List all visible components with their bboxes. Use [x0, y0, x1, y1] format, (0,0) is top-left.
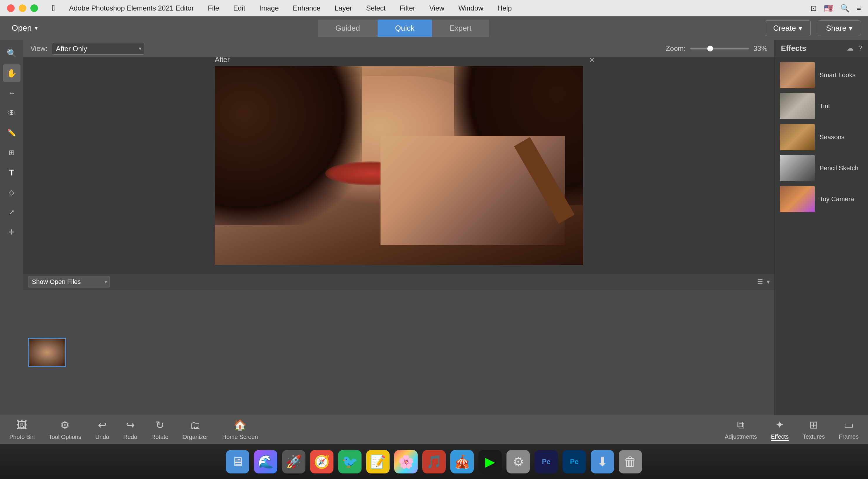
redo-tool[interactable]: ↪ Redo: [123, 419, 137, 440]
open-button[interactable]: Open ▾: [7, 21, 42, 35]
menu-image[interactable]: Image: [257, 3, 281, 13]
window-controls: [7, 4, 38, 12]
view-label: View:: [30, 44, 48, 53]
menu-layer[interactable]: Layer: [332, 3, 354, 13]
toolbar-right: Create ▾ Share ▾: [765, 21, 861, 36]
frames-label: Frames: [839, 433, 859, 440]
effect-smart-looks[interactable]: Smart Looks: [780, 62, 863, 88]
menu-select[interactable]: Select: [364, 3, 388, 13]
dock-safari[interactable]: 🧭: [310, 450, 334, 474]
minimize-button[interactable]: [19, 4, 26, 12]
effects-header: Effects ☁ ?: [775, 40, 868, 57]
text-tool[interactable]: T: [3, 164, 21, 181]
tab-expert[interactable]: Expert: [432, 20, 489, 37]
organizer-icon: 🗂: [190, 419, 200, 431]
brush-tool[interactable]: ✏️: [3, 124, 21, 142]
effects-tool[interactable]: ✦ Effects: [771, 419, 789, 441]
eye-tool[interactable]: 👁: [3, 104, 21, 122]
dock-ps-elements[interactable]: Pe: [534, 450, 558, 474]
view-select-wrapper: After Only Before Only Before & After Ho…: [52, 43, 144, 55]
dock-terminal[interactable]: ▶: [478, 450, 502, 474]
bin-select[interactable]: Show Open Files Show Files from Organize…: [28, 276, 110, 288]
bottom-right-tools: ⧉ Adjustments ✦ Effects ⊞ Textures ▭ Fra…: [725, 419, 859, 441]
effect-tint[interactable]: Tint: [780, 93, 863, 119]
tool-options-tool[interactable]: ⚙ Tool Options: [49, 419, 81, 440]
dock-siri[interactable]: 🌊: [254, 450, 277, 474]
dock-notes[interactable]: 📝: [366, 450, 390, 474]
adjustments-label: Adjustments: [725, 433, 757, 440]
effect-image-toy-camera: [780, 186, 815, 212]
effects-cloud-icon[interactable]: ☁: [847, 44, 854, 52]
textures-tool[interactable]: ⊞ Textures: [803, 419, 825, 441]
rotate-icon: ↻: [155, 419, 164, 431]
dock-finder[interactable]: 🖥: [226, 450, 249, 474]
effects-title: Effects: [781, 44, 806, 53]
menu-edit[interactable]: Edit: [231, 3, 248, 13]
search-icon[interactable]: 🔍: [840, 4, 849, 13]
menu-window[interactable]: Window: [456, 3, 486, 13]
image-frame: After ×: [215, 66, 583, 265]
apple-menu[interactable]: : [52, 3, 55, 13]
adjustments-tool[interactable]: ⧉ Adjustments: [725, 419, 757, 441]
view-select[interactable]: After Only Before Only Before & After Ho…: [52, 43, 144, 55]
maximize-button[interactable]: [30, 4, 38, 12]
menu-filter[interactable]: Filter: [397, 3, 417, 13]
organizer-tool[interactable]: 🗂 Organizer: [182, 419, 208, 440]
bin-expand-icon[interactable]: ▾: [767, 278, 770, 286]
menu-view[interactable]: View: [427, 3, 447, 13]
zoom-slider[interactable]: [690, 48, 749, 50]
photo-bin-tool[interactable]: 🖼 Photo Bin: [9, 419, 35, 440]
search-tool[interactable]: 🔍: [3, 44, 21, 62]
dock-photos[interactable]: 🌸: [394, 450, 417, 474]
create-button[interactable]: Create ▾: [765, 21, 811, 36]
menu-enhance[interactable]: Enhance: [290, 3, 323, 13]
cast-icon[interactable]: ⊡: [810, 4, 817, 13]
dock-system-prefs[interactable]: ⚙: [506, 450, 530, 474]
main-toolbar: Open ▾ Guided Quick Expert Create ▾ Shar…: [0, 17, 868, 40]
effect-seasons[interactable]: Seasons: [780, 124, 863, 150]
healing-tool[interactable]: ⊞: [3, 144, 21, 161]
photo-thumbnail[interactable]: [28, 338, 66, 367]
undo-tool[interactable]: ↩ Undo: [95, 419, 109, 440]
dock-downloads[interactable]: ⬇: [591, 450, 614, 474]
zoom-tool[interactable]: ↔: [3, 84, 21, 102]
crop-tool[interactable]: ✛: [3, 223, 21, 241]
menu-extras-icon[interactable]: ≡: [857, 4, 861, 13]
frames-tool[interactable]: ▭ Frames: [839, 419, 859, 441]
dock-appstore[interactable]: 🎪: [451, 450, 474, 474]
menu-help[interactable]: Help: [495, 3, 514, 13]
effect-toy-camera[interactable]: Toy Camera: [780, 186, 863, 212]
dock-rocket[interactable]: 🚀: [282, 450, 305, 474]
share-button[interactable]: Share ▾: [818, 21, 861, 36]
menu-file[interactable]: File: [206, 3, 221, 13]
dock-ps-elements2[interactable]: Pe: [563, 450, 586, 474]
zoom-section: Zoom: 33%: [666, 44, 768, 53]
transform-tool[interactable]: ⤢: [3, 204, 21, 221]
menubar:  Adobe Photoshop Elements 2021 Editor F…: [0, 0, 868, 17]
bin-icons: ☰ ▾: [757, 278, 770, 286]
hand-tool[interactable]: ✋: [3, 64, 21, 82]
rotate-label: Rotate: [151, 434, 168, 440]
tab-guided[interactable]: Guided: [318, 20, 378, 37]
close-image-button[interactable]: ×: [589, 57, 595, 65]
eraser-tool[interactable]: ◇: [3, 184, 21, 201]
effects-help-icon[interactable]: ?: [858, 44, 862, 52]
dock-mail[interactable]: 🐦: [338, 450, 362, 474]
rotate-tool[interactable]: ↻ Rotate: [151, 419, 168, 440]
tab-quick[interactable]: Quick: [378, 20, 432, 37]
effect-image-smart-looks: [780, 62, 815, 88]
effect-thumb-seasons: [780, 124, 815, 150]
home-screen-tool[interactable]: 🏠 Home Screen: [222, 419, 258, 440]
effect-pencil-sketch[interactable]: Pencil Sketch: [780, 155, 863, 181]
home-screen-icon: 🏠: [234, 419, 247, 431]
effect-thumb-toy-camera: [780, 186, 815, 212]
open-label: Open: [12, 23, 32, 33]
close-button[interactable]: [7, 4, 14, 12]
dock-trash[interactable]: 🗑: [619, 450, 642, 474]
menu-app-name[interactable]: Adobe Photoshop Elements 2021 Editor: [67, 3, 196, 13]
textures-icon: ⊞: [809, 419, 818, 431]
flag-icon[interactable]: 🇺🇸: [824, 4, 833, 13]
undo-label: Undo: [95, 434, 109, 440]
bin-list-icon[interactable]: ☰: [757, 278, 763, 286]
dock-music[interactable]: 🎵: [422, 450, 446, 474]
